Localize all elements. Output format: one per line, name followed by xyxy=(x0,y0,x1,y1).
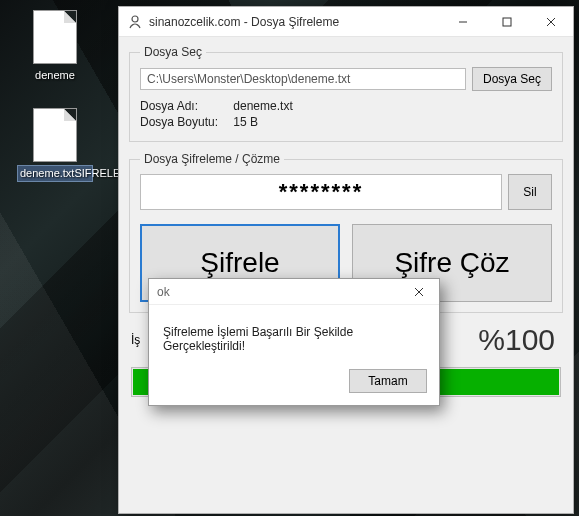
password-input[interactable] xyxy=(140,174,502,210)
desktop-icon-deneme[interactable]: deneme xyxy=(18,10,92,83)
file-path-input[interactable] xyxy=(140,68,466,90)
dialog-message: Şifreleme İşlemi Başarılı Bir Şekilde Ge… xyxy=(149,305,439,369)
status-label: İş xyxy=(131,333,140,347)
dialog-title: ok xyxy=(157,285,170,299)
file-select-legend: Dosya Seç xyxy=(140,45,206,59)
maximize-button[interactable] xyxy=(485,7,529,37)
desktop-icon-label: deneme xyxy=(18,68,92,83)
clear-password-button[interactable]: Sil xyxy=(508,174,552,210)
titlebar[interactable]: sinanozcelik.com - Dosya Şifreleme xyxy=(119,7,573,37)
desktop-icon-label: deneme.txtSIFRELENDI xyxy=(18,166,92,181)
app-window: sinanozcelik.com - Dosya Şifreleme Dosya… xyxy=(118,6,574,514)
file-icon xyxy=(33,108,77,162)
file-icon xyxy=(33,10,77,64)
encrypt-legend: Dosya Şifreleme / Çözme xyxy=(140,152,284,166)
file-name-value: deneme.txt xyxy=(233,99,292,113)
window-title: sinanozcelik.com - Dosya Şifreleme xyxy=(149,15,339,29)
svg-point-0 xyxy=(132,16,138,22)
dialog-titlebar[interactable]: ok xyxy=(149,279,439,305)
file-select-group: Dosya Seç Dosya Seç Dosya Adı: deneme.tx… xyxy=(129,45,563,142)
file-size-label: Dosya Boyutu: xyxy=(140,115,230,129)
dialog-close-button[interactable] xyxy=(399,279,439,305)
dialog-ok-button[interactable]: Tamam xyxy=(349,369,427,393)
message-dialog: ok Şifreleme İşlemi Başarılı Bir Şekilde… xyxy=(148,278,440,406)
browse-button[interactable]: Dosya Seç xyxy=(472,67,552,91)
minimize-button[interactable] xyxy=(441,7,485,37)
app-icon xyxy=(127,14,143,30)
desktop-icon-deneme-encrypted[interactable]: deneme.txtSIFRELENDI xyxy=(18,108,92,181)
file-name-label: Dosya Adı: xyxy=(140,99,230,113)
file-size-value: 15 B xyxy=(233,115,258,129)
svg-rect-2 xyxy=(503,18,511,26)
close-button[interactable] xyxy=(529,7,573,37)
